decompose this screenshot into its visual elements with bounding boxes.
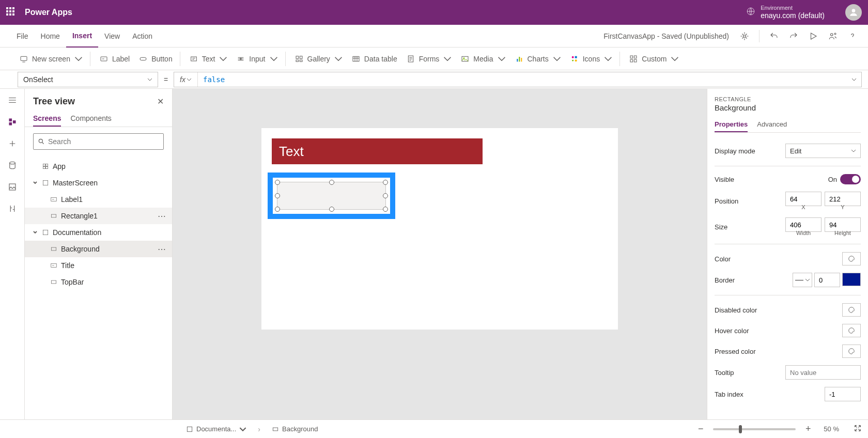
- app-checker-icon[interactable]: [739, 31, 750, 41]
- visible-value: On: [828, 176, 837, 183]
- menu-action[interactable]: Action: [126, 25, 159, 48]
- fx-icon[interactable]: fx: [174, 72, 198, 87]
- hamburger-icon[interactable]: [7, 95, 18, 105]
- insert-icon[interactable]: [7, 138, 18, 149]
- svg-point-33: [39, 139, 42, 143]
- data-table-button[interactable]: Data table: [352, 55, 397, 63]
- play-icon[interactable]: [808, 31, 818, 41]
- canvas-selected-rectangle[interactable]: [268, 173, 395, 219]
- resize-handle-e[interactable]: [383, 193, 388, 198]
- charts-button[interactable]: Charts: [515, 55, 561, 63]
- menu-insert[interactable]: Insert: [66, 25, 98, 48]
- resize-handle-s[interactable]: [329, 207, 334, 212]
- undo-icon[interactable]: [769, 31, 779, 41]
- tooltip-input[interactable]: [785, 365, 861, 380]
- resize-handle-w[interactable]: [275, 193, 280, 198]
- new-screen-label: New screen: [32, 55, 70, 63]
- tree-item-title[interactable]: Title: [25, 257, 172, 274]
- zoom-out-button[interactable]: −: [695, 424, 706, 434]
- tree-item-documentation[interactable]: Documentation: [25, 224, 172, 241]
- property-selector[interactable]: OnSelect: [18, 72, 158, 87]
- tab-screens[interactable]: Screens: [33, 111, 61, 127]
- svg-rect-35: [46, 164, 48, 166]
- tab-properties[interactable]: Properties: [715, 117, 748, 132]
- media-button[interactable]: Media: [461, 55, 505, 63]
- breadcrumb-element[interactable]: Background: [268, 425, 322, 433]
- selected-name: Background: [715, 103, 861, 112]
- formula-input[interactable]: false: [198, 75, 847, 84]
- menu-file[interactable]: File: [10, 25, 35, 48]
- label-label: Label: [112, 55, 130, 63]
- tab-index-input[interactable]: [825, 387, 861, 401]
- tree-search-input[interactable]: [48, 137, 159, 146]
- border-width-input[interactable]: [814, 273, 840, 287]
- svg-rect-5: [21, 56, 27, 60]
- tree-item-background[interactable]: Background ⋯: [25, 241, 172, 257]
- tree-item-topbar[interactable]: TopBar: [25, 274, 172, 290]
- advanced-tools-icon[interactable]: [7, 204, 18, 214]
- tree-item-rectangle1[interactable]: Rectangle1 ⋯: [25, 208, 172, 224]
- media-label: Media: [473, 55, 493, 63]
- tree-view-icon[interactable]: [7, 117, 18, 127]
- breadcrumb-screen[interactable]: Documenta...: [182, 425, 251, 433]
- gallery-label: Gallery: [307, 55, 330, 63]
- property-selector-value: OnSelect: [23, 75, 53, 84]
- redo-icon[interactable]: [788, 31, 799, 41]
- resize-handle-ne[interactable]: [383, 180, 388, 185]
- tree-search[interactable]: [33, 133, 164, 150]
- more-icon[interactable]: ⋯: [158, 244, 167, 254]
- equals-sign: =: [158, 75, 174, 84]
- help-icon[interactable]: [847, 31, 858, 41]
- left-rail: [0, 89, 25, 419]
- more-icon[interactable]: ⋯: [158, 211, 167, 221]
- canvas[interactable]: Text: [261, 128, 618, 330]
- border-style-select[interactable]: [793, 273, 812, 287]
- formula-expand-icon[interactable]: [847, 77, 861, 82]
- close-panel-icon[interactable]: ✕: [157, 97, 164, 106]
- custom-button[interactable]: Custom: [629, 55, 679, 63]
- tab-advanced[interactable]: Advanced: [757, 117, 787, 132]
- canvas-text-label[interactable]: Text: [272, 138, 483, 164]
- media-icon[interactable]: [7, 182, 18, 192]
- data-icon[interactable]: [7, 160, 18, 170]
- tab-components[interactable]: Components: [70, 111, 111, 127]
- disabled-color-swatch[interactable]: [842, 303, 861, 317]
- rectangle-icon: [50, 245, 58, 253]
- border-color-swatch[interactable]: [842, 273, 861, 286]
- visible-toggle[interactable]: [840, 174, 861, 184]
- resize-handle-sw[interactable]: [275, 207, 280, 212]
- color-swatch[interactable]: [842, 252, 861, 265]
- pressed-color-swatch[interactable]: [842, 345, 861, 358]
- resize-handle-se[interactable]: [383, 207, 388, 212]
- fit-to-window-icon[interactable]: [854, 424, 862, 434]
- new-screen-button[interactable]: New screen: [20, 55, 83, 63]
- label-button[interactable]: Label: [100, 55, 130, 63]
- app-icon: [41, 162, 50, 170]
- user-avatar[interactable]: [845, 4, 862, 21]
- hover-color-swatch[interactable]: [842, 324, 861, 337]
- canvas-area[interactable]: Text: [173, 89, 707, 419]
- display-mode-select[interactable]: Edit: [785, 144, 861, 158]
- menu-home[interactable]: Home: [35, 25, 66, 48]
- zoom-in-button[interactable]: +: [803, 424, 813, 434]
- icons-button[interactable]: Icons: [570, 55, 612, 63]
- waffle-icon[interactable]: [6, 7, 17, 18]
- svg-rect-14: [353, 56, 359, 61]
- tree-item-masterscreen[interactable]: MasterScreen: [25, 175, 172, 191]
- input-button[interactable]: Input: [237, 55, 277, 63]
- forms-button[interactable]: Forms: [407, 55, 452, 63]
- resize-handle-nw[interactable]: [275, 180, 280, 185]
- resize-handle-n[interactable]: [329, 180, 334, 185]
- gallery-button[interactable]: Gallery: [295, 55, 343, 63]
- charts-label: Charts: [528, 55, 549, 63]
- menu-view[interactable]: View: [98, 25, 126, 48]
- button-button[interactable]: Button: [139, 55, 172, 63]
- share-icon[interactable]: [828, 31, 838, 41]
- zoom-slider[interactable]: [713, 428, 796, 430]
- environment-picker[interactable]: Environment enayu.com (default): [746, 5, 825, 20]
- text-button[interactable]: Text: [190, 55, 228, 63]
- tree-item-label1[interactable]: Label1: [25, 191, 172, 208]
- hover-color-label: Hover color: [715, 327, 749, 335]
- svg-point-1: [852, 9, 856, 12]
- tree-item-app[interactable]: App: [25, 158, 172, 175]
